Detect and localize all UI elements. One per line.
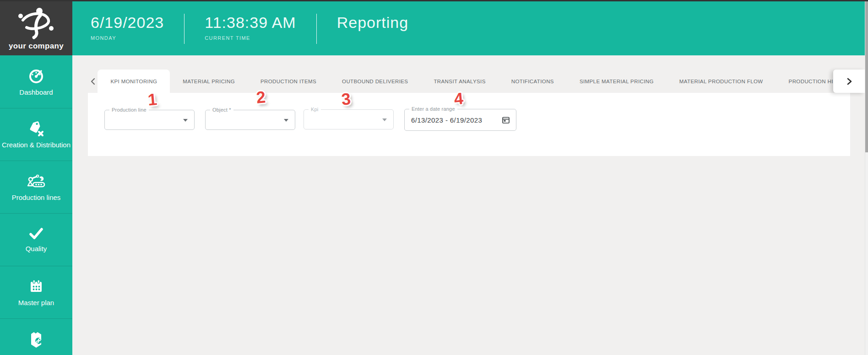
production-line-select[interactable]: Production line bbox=[104, 110, 195, 130]
tag-icon bbox=[27, 120, 45, 137]
annotation-step-4: 4 bbox=[453, 89, 464, 109]
header-title-block: Reporting bbox=[337, 1, 408, 30]
chevron-down-icon bbox=[284, 119, 288, 122]
page-header: 6/19/2023 MONDAY 11:38:39 AM CURRENT TIM… bbox=[72, 1, 865, 55]
report-tabbar: KPI MONITORING MATERIAL PRICING PRODUCTI… bbox=[88, 70, 865, 93]
sidebar-item-label: Quality bbox=[26, 245, 47, 253]
object-select[interactable]: Object * bbox=[205, 110, 295, 130]
sidebar: your company Dashboard Creation & Distri… bbox=[0, 0, 72, 355]
kpi-monitoring-panel: Production line Object * Kpi Enter a dat… bbox=[88, 93, 850, 156]
sidebar-item-label: Creation & Distribution bbox=[2, 141, 71, 149]
sidebar-item-creation-distribution[interactable]: Creation & Distribution bbox=[0, 108, 72, 161]
company-logo: your company bbox=[0, 0, 72, 55]
package-link-icon bbox=[27, 330, 45, 350]
annotation-step-3: 3 bbox=[341, 89, 352, 109]
tab-outbound-deliveries[interactable]: OUTBOUND DELIVERIES bbox=[329, 70, 421, 93]
tab-material-production-flow[interactable]: MATERIAL PRODUCTION FLOW bbox=[667, 70, 776, 93]
chevron-down-icon bbox=[382, 118, 387, 121]
calendar-picker-icon[interactable] bbox=[502, 116, 510, 124]
annotation-step-1: 1 bbox=[147, 90, 158, 110]
tab-material-pricing[interactable]: MATERIAL PRICING bbox=[170, 70, 248, 93]
current-time: 11:38:39 AM bbox=[205, 15, 296, 30]
current-date: 6/19/2023 bbox=[91, 15, 164, 30]
tab-notifications[interactable]: NOTIFICATIONS bbox=[499, 70, 567, 93]
header-divider bbox=[184, 14, 184, 44]
current-time-label: CURRENT TIME bbox=[205, 35, 296, 41]
date-range-input[interactable]: Enter a date range 6/13/2023 - 6/19/2023 bbox=[404, 109, 516, 131]
sidebar-item-label: Master plan bbox=[18, 299, 54, 307]
sidebar-item-quality[interactable]: Quality bbox=[0, 213, 72, 266]
calendar-icon bbox=[28, 278, 44, 295]
production-line-label: Production line bbox=[109, 107, 149, 113]
date-range-value: 6/13/2023 - 6/19/2023 bbox=[411, 116, 482, 124]
tabs-scroll-left-button[interactable] bbox=[88, 70, 98, 93]
company-name: your company bbox=[9, 42, 64, 51]
chevron-left-icon bbox=[90, 78, 96, 85]
header-date-block: 6/19/2023 MONDAY bbox=[91, 1, 164, 41]
sidebar-item-label: Dashboard bbox=[19, 88, 53, 96]
header-time-block: 11:38:39 AM CURRENT TIME bbox=[205, 1, 296, 41]
scrollbar-thumb[interactable] bbox=[865, 1, 868, 152]
company-logo-icon bbox=[16, 5, 56, 40]
current-date-label: MONDAY bbox=[91, 35, 164, 41]
chevron-right-icon bbox=[846, 77, 852, 86]
sidebar-item-master-plan[interactable]: Master plan bbox=[0, 266, 72, 318]
tab-simple-material-pricing[interactable]: SIMPLE MATERIAL PRICING bbox=[567, 70, 667, 93]
robot-arm-icon bbox=[27, 173, 46, 189]
object-label: Object * bbox=[210, 107, 233, 113]
kpi-label: Kpi bbox=[309, 107, 321, 112]
tab-kpi-monitoring[interactable]: KPI MONITORING bbox=[98, 70, 170, 93]
vertical-scrollbar[interactable] bbox=[865, 0, 868, 355]
chevron-down-icon bbox=[183, 119, 188, 122]
check-icon bbox=[28, 227, 44, 241]
top-accent-bar bbox=[0, 0, 868, 1]
kpi-select[interactable]: Kpi bbox=[304, 109, 394, 129]
date-range-label: Enter a date range bbox=[409, 106, 457, 112]
sidebar-item-dashboard[interactable]: Dashboard bbox=[0, 55, 72, 108]
sidebar-item-partial[interactable] bbox=[0, 318, 72, 355]
header-divider bbox=[316, 14, 317, 44]
report-tabs: KPI MONITORING MATERIAL PRICING PRODUCTI… bbox=[98, 70, 865, 93]
gauge-icon bbox=[28, 68, 44, 84]
tabs-scroll-right-button[interactable] bbox=[833, 70, 865, 93]
sidebar-item-production-lines[interactable]: Production lines bbox=[0, 161, 72, 213]
page-title: Reporting bbox=[337, 15, 408, 30]
annotation-step-2: 2 bbox=[255, 87, 266, 108]
sidebar-item-label: Production lines bbox=[12, 194, 61, 201]
